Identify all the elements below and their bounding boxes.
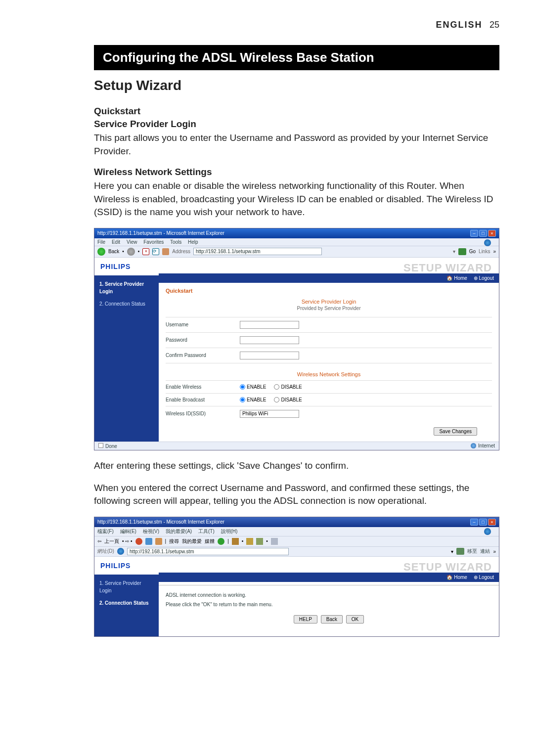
home-icon[interactable] (155, 538, 162, 545)
go-icon[interactable] (458, 248, 466, 255)
links-label[interactable]: Links (479, 249, 490, 254)
address-input[interactable]: http://192.168.1.1/setupw.stm (193, 248, 322, 255)
ie-logo-icon (484, 528, 491, 535)
stop-icon[interactable]: × (142, 248, 149, 255)
main-pane: SETUP WIZARD 🏠 Home ⊕ Logout ADSL intern… (159, 557, 499, 636)
minimize-icon[interactable]: – (470, 230, 478, 237)
address-label: 網址(D) (97, 548, 114, 555)
sidebar-item-spl[interactable]: 1. Service Provider Login (99, 579, 154, 594)
mail-icon[interactable] (232, 538, 239, 545)
browser-titlebar: http://192.168.1.1/setupw.stm - Microsof… (94, 228, 499, 238)
ssid-label: Wireless ID(SSID) (166, 411, 240, 416)
close-icon[interactable]: × (488, 230, 496, 237)
menu-help[interactable]: Help (188, 239, 198, 245)
menu-edit[interactable]: 編輯(E) (120, 529, 136, 534)
logout-link[interactable]: ⊕ Logout (474, 575, 494, 580)
head-links: 🏠 Home ⊕ Logout (159, 273, 499, 283)
maximize-icon[interactable]: □ (479, 519, 487, 526)
page-icon (117, 548, 124, 555)
password-input[interactable] (240, 336, 299, 344)
username-input[interactable] (240, 321, 299, 329)
ie-logo-icon (484, 239, 491, 246)
return-msg: Please click the "OK" to return to the m… (166, 602, 492, 607)
back-label: Back (108, 249, 119, 254)
browser-title-text: http://192.168.1.1/setupw.stm - Microsof… (97, 230, 224, 236)
refresh-icon[interactable]: ⟳ (152, 248, 159, 255)
menu-favorites[interactable]: Favorites (143, 239, 164, 245)
favorites-label[interactable]: 我的最愛 (182, 538, 202, 545)
after-settings-text: After entering these settings, click 'Sa… (94, 459, 499, 473)
chapter-bar: Configuring the ADSL Wireless Base Stati… (94, 45, 499, 70)
stop-icon[interactable] (135, 538, 142, 545)
edit-icon[interactable] (256, 538, 263, 545)
wns-text: Here you can enable or disable the wirel… (94, 179, 499, 219)
enable-broadcast-enable[interactable]: ENABLE (240, 397, 266, 402)
spl-heading: Service Provider Login (94, 119, 499, 130)
sidebar-item-spl[interactable]: 1. Service Provider Login (99, 280, 154, 295)
enable-broadcast-label: Enable Broadcast (166, 397, 240, 402)
enable-wireless-disable[interactable]: DISABLE (274, 384, 302, 390)
page-number: 25 (490, 20, 499, 30)
enable-wireless-enable[interactable]: ENABLE (240, 384, 266, 390)
menu-file[interactable]: 檔案(F) (97, 529, 114, 534)
address-input[interactable]: http://192.168.1.1/setupw.stm (127, 548, 289, 555)
menu-tools[interactable]: Tools (170, 239, 181, 245)
back-label[interactable]: 上一頁 (104, 538, 119, 545)
browser-menubar: File Edit View Favorites Tools Help (94, 238, 499, 246)
sidebar-item-connstatus[interactable]: 2. Connection Status (99, 300, 154, 308)
browser2-title-text: http://192.168.1.1/setupw.stm - Microsof… (97, 519, 224, 525)
home-link[interactable]: 🏠 Home (446, 575, 467, 580)
globe-icon (471, 443, 476, 448)
browser2-toolbar: ⇦ 上一頁 • ⇨ • | 搜尋 我的最愛 媒體 | • • (94, 536, 499, 547)
ok-button[interactable]: OK (346, 615, 364, 623)
enable-broadcast-disable[interactable]: DISABLE (274, 397, 302, 402)
menu-favorites[interactable]: 我的最愛(A) (166, 529, 192, 534)
refresh-icon[interactable] (145, 538, 152, 545)
confirm-text: When you entered the correct Username an… (94, 482, 499, 508)
menu-view[interactable]: View (127, 239, 137, 245)
links-label[interactable]: 連結 (480, 548, 490, 555)
forward-icon[interactable] (127, 248, 135, 256)
go-label: Go (469, 249, 476, 254)
form-wns-title: Wireless Network Settings (166, 368, 492, 378)
print-icon[interactable] (246, 538, 253, 545)
history-icon[interactable] (218, 538, 224, 545)
quickstart-heading: Quickstart (94, 106, 499, 117)
menu-file[interactable]: File (97, 239, 105, 245)
sidebar: PHILIPS 1. Service Provider Login 2. Con… (94, 557, 159, 636)
enable-wireless-label: Enable Wireless (166, 384, 240, 390)
go-icon[interactable] (456, 548, 464, 555)
wizard-header: SETUP WIZARD (159, 258, 499, 274)
page-header: ENGLISH 25 (94, 20, 499, 30)
confirm-password-input[interactable] (240, 352, 299, 359)
minimize-icon[interactable]: – (470, 519, 478, 526)
maximize-icon[interactable]: □ (479, 230, 487, 237)
back-button[interactable]: Back (321, 615, 343, 623)
sidebar-item-connstatus[interactable]: 2. Connection Status (99, 599, 154, 607)
menu-edit[interactable]: Edit (112, 239, 120, 245)
media-label[interactable]: 媒體 (205, 538, 215, 545)
discuss-icon[interactable] (271, 538, 278, 545)
form-spl-title: Service Provider Login (166, 296, 492, 306)
home-icon[interactable] (162, 248, 169, 255)
home-link[interactable]: 🏠 Home (446, 275, 467, 281)
search-label[interactable]: 搜尋 (169, 538, 179, 545)
help-button[interactable]: HELP (294, 615, 317, 623)
browser-screenshot-1: http://192.168.1.1/setupw.stm - Microsof… (94, 228, 499, 450)
back-icon[interactable] (97, 248, 105, 256)
ssid-input[interactable] (240, 410, 299, 418)
menu-help[interactable]: 說明(H) (221, 529, 238, 534)
browser2-menubar: 檔案(F) 編輯(E) 檢視(V) 我的最愛(A) 工具(T) 說明(H) (94, 527, 499, 536)
menu-tools[interactable]: 工具(T) (198, 529, 215, 534)
brand-logo: PHILIPS (94, 557, 159, 575)
brand-logo: PHILIPS (94, 258, 159, 275)
browser2-titlebar: http://192.168.1.1/setupw.stm - Microsof… (94, 517, 499, 527)
close-icon[interactable]: × (488, 519, 496, 526)
logout-link[interactable]: ⊕ Logout (474, 275, 494, 281)
main-pane: SETUP WIZARD 🏠 Home ⊕ Logout Quickstart … (159, 258, 499, 442)
spl-text: This part allows you to enter the Userna… (94, 132, 499, 158)
menu-view[interactable]: 檢視(V) (143, 529, 159, 534)
save-changes-button[interactable]: Save Changes (434, 427, 477, 436)
section-title: Setup Wizard (94, 78, 499, 93)
sidebar: PHILIPS 1. Service Provider Login 2. Con… (94, 258, 159, 442)
